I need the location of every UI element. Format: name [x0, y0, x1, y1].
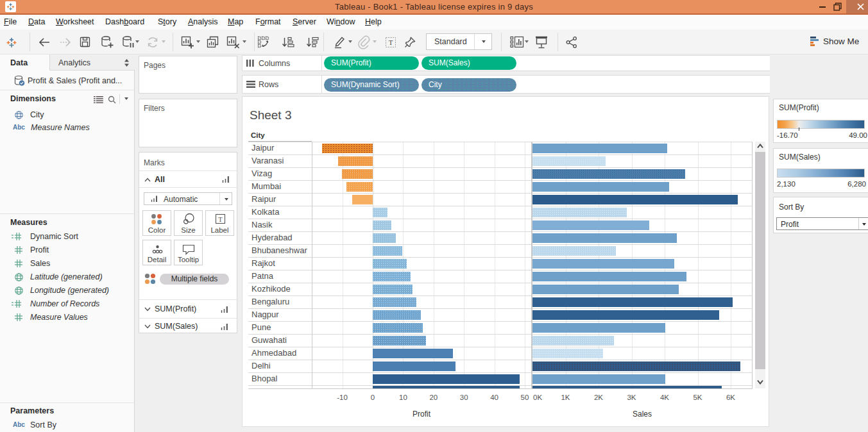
- svg-text:T: T: [389, 38, 393, 46]
- svg-text:T: T: [218, 216, 223, 223]
